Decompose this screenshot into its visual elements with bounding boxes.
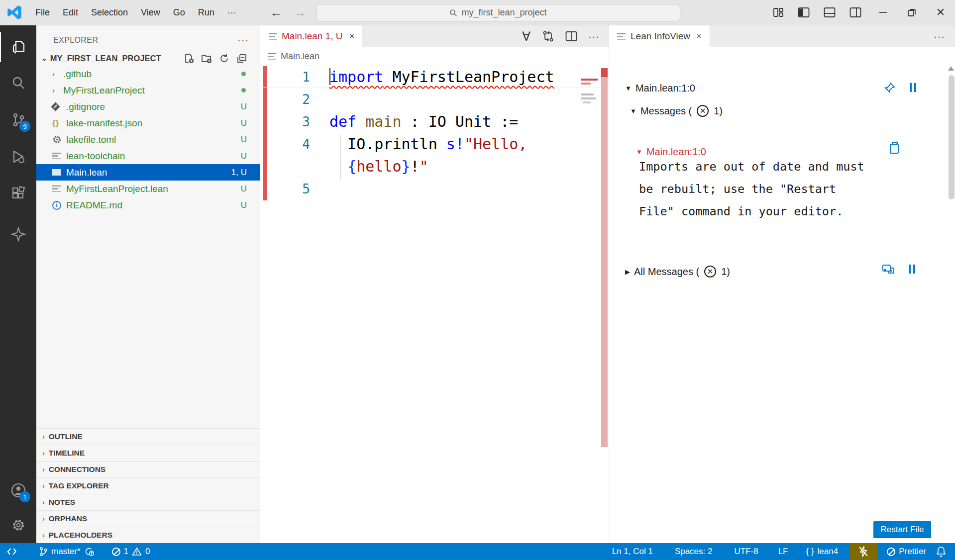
extensions-activity-icon[interactable]: [0, 179, 36, 208]
split-editor-icon[interactable]: [565, 31, 577, 42]
file-item-readme.md[interactable]: iREADME.mdU: [36, 197, 260, 213]
copy-to-comment-icon[interactable]: [888, 141, 901, 155]
branch-label: master*: [51, 547, 81, 557]
file-item-.github[interactable]: ›.github: [36, 66, 260, 82]
file-item-lean-toolchain[interactable]: lean-toolchainU: [36, 148, 260, 164]
remote-indicator[interactable]: [0, 543, 23, 560]
language-mode[interactable]: { } lean4: [801, 543, 844, 560]
infoview-cursor-section[interactable]: ▼ Main.lean:1:0: [625, 83, 695, 94]
search-activity-icon[interactable]: [0, 68, 36, 98]
command-center-search[interactable]: my_first_lean_project: [316, 4, 680, 21]
editor-more-actions-icon[interactable]: ···: [588, 31, 600, 42]
explorer-activity-icon[interactable]: [0, 32, 36, 62]
project-root-row[interactable]: ⌄ MY_FIRST_LEAN_PROJECT: [36, 51, 260, 66]
menu-view[interactable]: View: [134, 4, 167, 21]
customize-layout-icon[interactable]: [773, 7, 784, 18]
file-item-myfirstleanproject[interactable]: ›MyFirstLeanProject: [36, 82, 260, 98]
section-placeholders[interactable]: ›PLACEHOLDERS: [36, 527, 260, 543]
new-file-icon[interactable]: [184, 53, 194, 64]
encoding[interactable]: UTF-8: [729, 543, 763, 560]
menu-run[interactable]: Run: [192, 4, 221, 21]
infoview-all-messages-section[interactable]: ▶ All Messages (✕1): [625, 266, 730, 278]
menu-file[interactable]: File: [29, 4, 56, 21]
back-arrow-icon[interactable]: ←: [270, 5, 282, 19]
section-orphans[interactable]: ›ORPHANS: [36, 510, 260, 527]
scroll-up-arrow-icon[interactable]: [948, 66, 954, 71]
run-debug-activity-icon[interactable]: [0, 142, 36, 172]
explorer-more-actions-icon[interactable]: ···: [237, 34, 249, 46]
section-tag-explorer[interactable]: ›TAG EXPLORER: [36, 477, 260, 494]
breadcrumb[interactable]: Main.lean: [261, 47, 609, 66]
sparkle-activity-icon[interactable]: [0, 219, 36, 249]
toggle-sidebar-icon[interactable]: [798, 7, 810, 18]
eol-sequence[interactable]: LF: [773, 543, 793, 560]
lean-server-status[interactable]: [850, 543, 877, 560]
restart-file-button[interactable]: Restart File: [873, 521, 931, 538]
git-untracked-dot-badge: [241, 88, 246, 93]
file-item-.gitignore[interactable]: .gitignoreU: [36, 98, 260, 115]
infoview-scrollbar[interactable]: [949, 75, 955, 199]
section-timeline[interactable]: ›TIMELINE: [36, 445, 260, 461]
default-file-icon: [52, 169, 61, 176]
pause-icon[interactable]: [908, 264, 917, 275]
code-line-5[interactable]: 5: [261, 178, 609, 200]
lean-infoview-toggle-icon[interactable]: ∀: [522, 29, 531, 44]
file-item-main.lean[interactable]: Main.lean1, U: [36, 164, 260, 181]
sync-icon: [84, 547, 94, 557]
notifications-bell[interactable]: [931, 543, 951, 560]
compare-changes-icon[interactable]: [541, 30, 554, 43]
editor-scrollbar[interactable]: [601, 68, 608, 447]
toggle-panel-icon[interactable]: [824, 7, 836, 18]
infoview-messages-section[interactable]: ▼ Messages (✕1): [630, 105, 723, 117]
menu-selection[interactable]: Selection: [85, 4, 134, 21]
toggle-secondary-sidebar-icon[interactable]: [849, 7, 861, 18]
close-button[interactable]: ✕: [926, 0, 955, 25]
infoview-tab-close-icon[interactable]: ×: [696, 31, 702, 42]
file-item-lake-manifest.json[interactable]: {}lake-manifest.jsonU: [36, 115, 260, 131]
line-number: 1: [261, 70, 310, 85]
tab-lean-infoview[interactable]: Lean InfoView ×: [609, 25, 710, 47]
git-branch-indicator[interactable]: master*: [34, 543, 99, 560]
code-line-2[interactable]: 2: [261, 88, 609, 110]
pause-icon[interactable]: [909, 82, 918, 93]
infoview-more-actions-icon[interactable]: ···: [934, 31, 945, 42]
breadcrumb-item[interactable]: Main.lean: [281, 51, 319, 62]
indent-guide: [340, 135, 341, 158]
refresh-icon[interactable]: [219, 53, 229, 64]
file-icon: [269, 33, 277, 40]
code-line-wrap[interactable]: {hello}!": [261, 155, 609, 178]
editor-group: Main.lean 1, U × ∀ ··· Main.lean 1import…: [261, 25, 609, 543]
braces-icon: { }: [806, 547, 814, 557]
collapse-all-icon[interactable]: [236, 53, 247, 64]
file-item-lakefile.toml[interactable]: lakefile.tomlU: [36, 131, 260, 148]
formatter-status[interactable]: Prettier: [882, 543, 931, 560]
file-file-icon: [52, 169, 66, 176]
menu-go[interactable]: Go: [167, 4, 192, 21]
menu-[interactable]: ···: [221, 4, 243, 21]
new-folder-icon[interactable]: [201, 53, 212, 64]
minimize-button[interactable]: ─: [868, 0, 897, 25]
menu-edit[interactable]: Edit: [56, 4, 85, 21]
code-line-1[interactable]: 1import MyFirstLeanProject: [261, 66, 609, 88]
open-in-editor-icon[interactable]: [882, 263, 895, 275]
code-area[interactable]: 1import MyFirstLeanProject23def main : I…: [261, 66, 609, 200]
indentation[interactable]: Spaces: 2: [670, 543, 718, 560]
chevron-right-icon: ›: [42, 433, 45, 441]
problems-indicator[interactable]: 1 0: [107, 543, 155, 560]
section-connections[interactable]: ›CONNECTIONS: [36, 461, 260, 477]
minimap[interactable]: [581, 68, 600, 127]
messages-label: Messages (: [640, 105, 692, 117]
file-item-myfirstleanproject.lean[interactable]: MyFirstLeanProject.leanU: [36, 181, 260, 197]
accounts-icon[interactable]: 1: [0, 475, 36, 505]
tab-main-lean[interactable]: Main.lean 1, U ×: [261, 25, 362, 47]
tab-close-icon[interactable]: ×: [349, 31, 355, 42]
code-line-3[interactable]: 3def main : IO Unit :=: [261, 110, 609, 133]
settings-gear-icon[interactable]: [0, 510, 36, 540]
restore-button[interactable]: [897, 0, 926, 25]
pin-icon[interactable]: [884, 82, 896, 93]
section-outline[interactable]: ›OUTLINE: [36, 428, 260, 445]
code-line-4[interactable]: 4 IO.println s!"Hello,: [261, 133, 609, 155]
cursor-position[interactable]: Ln 1, Col 1: [607, 543, 658, 560]
section-notes[interactable]: ›NOTES: [36, 494, 260, 510]
source-control-activity-icon[interactable]: 9: [0, 105, 36, 135]
